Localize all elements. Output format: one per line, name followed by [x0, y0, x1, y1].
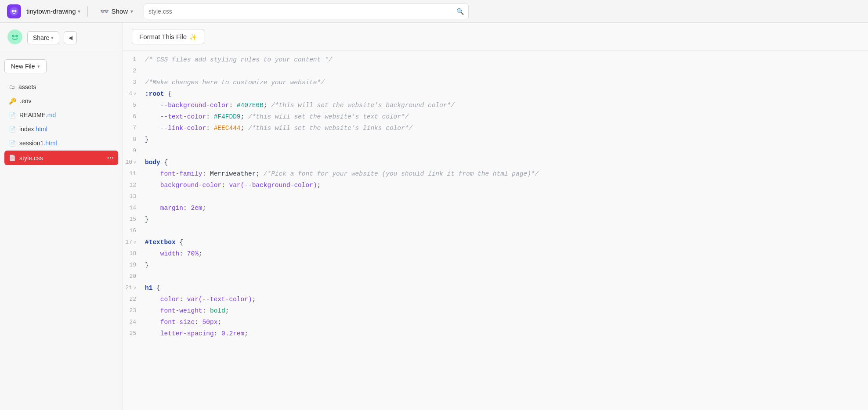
- code-line-2: 2: [123, 66, 868, 77]
- svg-point-4: [12, 35, 14, 37]
- project-chevron-icon: ▾: [78, 8, 80, 14]
- file-name: .env: [20, 97, 31, 104]
- sidebar-header: Share ▾ ◀: [0, 23, 123, 53]
- svg-point-3: [7, 29, 22, 44]
- sidebar-item-assets[interactable]: 🗂 assets: [4, 80, 118, 94]
- file-icon: 📄: [9, 112, 16, 119]
- collapse-sidebar-button[interactable]: ◀: [64, 31, 77, 44]
- sidebar-item-readme[interactable]: 📄 README.md: [4, 108, 118, 122]
- sidebar-item-env[interactable]: 🔑 .env: [4, 94, 118, 108]
- share-label: Share: [33, 34, 49, 41]
- svg-point-1: [12, 10, 14, 12]
- project-name[interactable]: tinytown-drawing ▾: [26, 7, 80, 15]
- file-list: 🗂 assets 🔑 .env 📄 README.md 📄 index.html: [4, 80, 118, 165]
- key-icon: 🔑: [9, 97, 16, 104]
- sidebar-item-session1[interactable]: 📄 session1.html: [4, 137, 118, 150]
- code-line-8: 8 }: [123, 134, 868, 146]
- collapse-icon: ◀: [69, 35, 72, 41]
- divider: [87, 6, 88, 17]
- svg-point-5: [15, 35, 18, 37]
- code-line-22: 22 color: var(--text-color);: [123, 294, 868, 306]
- file-icon: 📄: [9, 140, 16, 147]
- code-line-12: 12 background-color: var(--background-co…: [123, 180, 868, 191]
- code-line-21: 21 h1 {: [123, 283, 868, 294]
- file-name: index.html: [19, 126, 47, 133]
- code-line-23: 23 font-weight: bold;: [123, 306, 868, 317]
- editor-toolbar: Format This File ✨: [123, 23, 868, 51]
- sparkle-icon: ✨: [189, 33, 197, 40]
- code-line-5: 5 --background-color: #407E6B; /*this wi…: [123, 100, 868, 111]
- editor-area: Format This File ✨ 1 /* CSS files add st…: [123, 23, 868, 410]
- format-file-button[interactable]: Format This File ✨: [132, 29, 204, 44]
- file-name: session1.html: [19, 140, 57, 147]
- file-icon: 📄: [9, 126, 16, 133]
- format-label: Format This File: [139, 33, 187, 40]
- code-line-4: 4 :root {: [123, 89, 868, 100]
- sidebar: Share ▾ ◀ New File ▾ 🗂 assets 🔑: [0, 23, 123, 410]
- show-chevron-icon: ▾: [130, 8, 133, 14]
- search-input[interactable]: [148, 8, 453, 15]
- code-line-25: 25 letter-spacing: 0.2rem;: [123, 328, 868, 340]
- share-chevron-icon: ▾: [51, 35, 54, 41]
- file-name: assets: [18, 83, 36, 90]
- avatar: [7, 29, 23, 47]
- code-line-9: 9: [123, 146, 868, 157]
- search-icon: 🔍: [456, 8, 464, 15]
- code-line-1: 1 /* CSS files add styling rules to your…: [123, 54, 868, 66]
- app-logo: [7, 4, 21, 18]
- sidebar-content: New File ▾ 🗂 assets 🔑 .env 📄 README.md: [0, 53, 123, 171]
- code-line-17: 17 #textbox {: [123, 237, 868, 248]
- main-layout: Share ▾ ◀ New File ▾ 🗂 assets 🔑: [0, 23, 868, 410]
- code-line-14: 14 margin: 2em;: [123, 203, 868, 214]
- code-line-16: 16: [123, 226, 868, 237]
- sidebar-item-index[interactable]: 📄 index.html: [4, 122, 118, 136]
- code-editor[interactable]: 1 /* CSS files add styling rules to your…: [123, 51, 868, 410]
- new-file-button[interactable]: New File ▾: [4, 59, 47, 73]
- code-line-15: 15 }: [123, 214, 868, 226]
- file-icon: 📄: [9, 155, 16, 161]
- new-file-chevron-icon: ▾: [37, 64, 40, 69]
- show-button[interactable]: 👓 Show ▾: [95, 5, 139, 18]
- code-line-7: 7 --link-color: #EEC444; /*this will set…: [123, 123, 868, 134]
- code-line-13: 13: [123, 191, 868, 203]
- glasses-icon: 👓: [100, 7, 109, 15]
- code-line-11: 11 font-family: Merriweather; /*Pick a f…: [123, 169, 868, 180]
- code-line-18: 18 width: 70%;: [123, 248, 868, 260]
- code-line-3: 3 /*Make changes here to customize your …: [123, 77, 868, 89]
- code-line-20: 20: [123, 271, 868, 283]
- svg-point-2: [14, 10, 17, 12]
- top-bar: tinytown-drawing ▾ 👓 Show ▾ 🔍: [0, 0, 868, 23]
- code-line-10: 10 body {: [123, 157, 868, 169]
- folder-icon: 🗂: [9, 83, 15, 90]
- code-line-6: 6 --text-color: #F4FDD9; /*this will set…: [123, 111, 868, 123]
- share-button[interactable]: Share ▾: [27, 31, 59, 44]
- search-bar[interactable]: 🔍: [144, 4, 469, 19]
- file-options-icon[interactable]: ⋯: [107, 154, 114, 162]
- svg-point-0: [10, 7, 18, 16]
- sidebar-item-style[interactable]: 📄 style.css ⋯: [4, 151, 118, 165]
- file-name: README.md: [19, 111, 56, 119]
- code-line-24: 24 font-size: 50px;: [123, 317, 868, 328]
- file-name: style.css: [19, 155, 43, 162]
- code-line-19: 19 }: [123, 260, 868, 271]
